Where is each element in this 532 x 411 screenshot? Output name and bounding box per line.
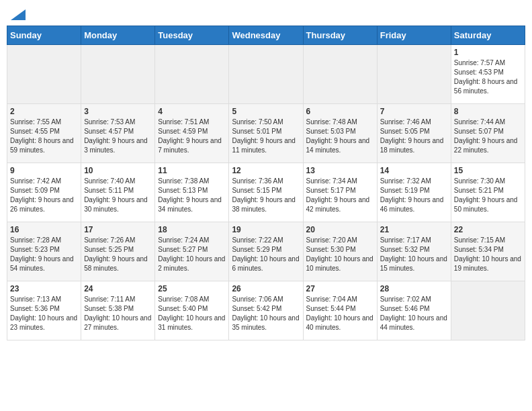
calendar-cell (229, 45, 303, 104)
day-number: 1 (454, 47, 522, 58)
calendar-cell: 2Sunrise: 7:55 AM Sunset: 4:55 PM Daylig… (7, 104, 81, 163)
day-info: Sunrise: 7:55 AM Sunset: 4:55 PM Dayligh… (10, 118, 78, 155)
day-number: 8 (454, 106, 522, 117)
day-number: 10 (84, 165, 152, 176)
calendar-cell: 16Sunrise: 7:28 AM Sunset: 5:23 PM Dayli… (7, 222, 81, 281)
day-number: 23 (10, 283, 78, 294)
calendar-header-row: SundayMondayTuesdayWednesdayThursdayFrid… (7, 26, 525, 45)
day-info: Sunrise: 7:11 AM Sunset: 5:38 PM Dayligh… (84, 295, 152, 332)
calendar-cell: 6Sunrise: 7:48 AM Sunset: 5:03 PM Daylig… (303, 104, 377, 163)
day-info: Sunrise: 7:04 AM Sunset: 5:44 PM Dayligh… (306, 295, 374, 332)
calendar-week-row: 23Sunrise: 7:13 AM Sunset: 5:36 PM Dayli… (7, 281, 525, 340)
day-number: 12 (232, 165, 300, 176)
calendar-cell (303, 45, 377, 104)
calendar-cell: 7Sunrise: 7:46 AM Sunset: 5:05 PM Daylig… (377, 104, 451, 163)
day-info: Sunrise: 7:42 AM Sunset: 5:09 PM Dayligh… (10, 177, 78, 214)
day-info: Sunrise: 7:28 AM Sunset: 5:23 PM Dayligh… (10, 236, 78, 273)
calendar-week-row: 16Sunrise: 7:28 AM Sunset: 5:23 PM Dayli… (7, 222, 525, 281)
day-number: 11 (158, 165, 226, 176)
calendar-cell (81, 45, 155, 104)
day-number: 2 (10, 106, 78, 117)
calendar-cell: 21Sunrise: 7:17 AM Sunset: 5:32 PM Dayli… (377, 222, 451, 281)
day-number: 17 (84, 224, 152, 235)
calendar-cell: 18Sunrise: 7:24 AM Sunset: 5:27 PM Dayli… (155, 222, 229, 281)
day-info: Sunrise: 7:20 AM Sunset: 5:30 PM Dayligh… (306, 236, 374, 273)
calendar-cell: 28Sunrise: 7:02 AM Sunset: 5:46 PM Dayli… (377, 281, 451, 340)
calendar-cell: 20Sunrise: 7:20 AM Sunset: 5:30 PM Dayli… (303, 222, 377, 281)
calendar-cell: 5Sunrise: 7:50 AM Sunset: 5:01 PM Daylig… (229, 104, 303, 163)
calendar-header-friday: Friday (377, 26, 451, 45)
calendar-cell (7, 45, 81, 104)
calendar-week-row: 1Sunrise: 7:57 AM Sunset: 4:53 PM Daylig… (7, 45, 525, 104)
day-info: Sunrise: 7:51 AM Sunset: 4:59 PM Dayligh… (158, 118, 226, 155)
day-info: Sunrise: 7:53 AM Sunset: 4:57 PM Dayligh… (84, 118, 152, 155)
calendar-cell: 1Sunrise: 7:57 AM Sunset: 4:53 PM Daylig… (451, 45, 525, 104)
day-number: 13 (306, 165, 374, 176)
day-info: Sunrise: 7:22 AM Sunset: 5:29 PM Dayligh… (232, 236, 300, 273)
day-number: 5 (232, 106, 300, 117)
calendar-header-monday: Monday (81, 26, 155, 45)
day-number: 14 (380, 165, 448, 176)
day-info: Sunrise: 7:40 AM Sunset: 5:11 PM Dayligh… (84, 177, 152, 214)
calendar-cell (155, 45, 229, 104)
day-number: 4 (158, 106, 226, 117)
day-info: Sunrise: 7:44 AM Sunset: 5:07 PM Dayligh… (454, 118, 522, 155)
day-info: Sunrise: 7:30 AM Sunset: 5:21 PM Dayligh… (454, 177, 522, 214)
page-header (7, 7, 525, 20)
calendar-cell: 15Sunrise: 7:30 AM Sunset: 5:21 PM Dayli… (451, 163, 525, 222)
day-number: 9 (10, 165, 78, 176)
day-number: 27 (306, 283, 374, 294)
day-number: 7 (380, 106, 448, 117)
day-number: 3 (84, 106, 152, 117)
calendar-cell: 4Sunrise: 7:51 AM Sunset: 4:59 PM Daylig… (155, 104, 229, 163)
calendar-cell: 25Sunrise: 7:08 AM Sunset: 5:40 PM Dayli… (155, 281, 229, 340)
day-info: Sunrise: 7:15 AM Sunset: 5:34 PM Dayligh… (454, 236, 522, 273)
calendar-cell: 3Sunrise: 7:53 AM Sunset: 4:57 PM Daylig… (81, 104, 155, 163)
calendar-header-saturday: Saturday (451, 26, 525, 45)
calendar-cell: 17Sunrise: 7:26 AM Sunset: 5:25 PM Dayli… (81, 222, 155, 281)
day-number: 15 (454, 165, 522, 176)
day-info: Sunrise: 7:46 AM Sunset: 5:05 PM Dayligh… (380, 118, 448, 155)
calendar-cell: 23Sunrise: 7:13 AM Sunset: 5:36 PM Dayli… (7, 281, 81, 340)
calendar-cell: 27Sunrise: 7:04 AM Sunset: 5:44 PM Dayli… (303, 281, 377, 340)
day-info: Sunrise: 7:48 AM Sunset: 5:03 PM Dayligh… (306, 118, 374, 155)
day-info: Sunrise: 7:17 AM Sunset: 5:32 PM Dayligh… (380, 236, 448, 273)
calendar-cell: 11Sunrise: 7:38 AM Sunset: 5:13 PM Dayli… (155, 163, 229, 222)
day-number: 6 (306, 106, 374, 117)
calendar-week-row: 2Sunrise: 7:55 AM Sunset: 4:55 PM Daylig… (7, 104, 525, 163)
day-info: Sunrise: 7:38 AM Sunset: 5:13 PM Dayligh… (158, 177, 226, 214)
day-number: 18 (158, 224, 226, 235)
calendar-header-tuesday: Tuesday (155, 26, 229, 45)
logo (9, 7, 26, 20)
day-number: 25 (158, 283, 226, 294)
day-info: Sunrise: 7:36 AM Sunset: 5:15 PM Dayligh… (232, 177, 300, 214)
day-info: Sunrise: 7:02 AM Sunset: 5:46 PM Dayligh… (380, 295, 448, 332)
day-info: Sunrise: 7:13 AM Sunset: 5:36 PM Dayligh… (10, 295, 78, 332)
calendar-cell (451, 281, 525, 340)
day-info: Sunrise: 7:08 AM Sunset: 5:40 PM Dayligh… (158, 295, 226, 332)
day-info: Sunrise: 7:32 AM Sunset: 5:19 PM Dayligh… (380, 177, 448, 214)
day-info: Sunrise: 7:50 AM Sunset: 5:01 PM Dayligh… (232, 118, 300, 155)
calendar-table: SundayMondayTuesdayWednesdayThursdayFrid… (7, 26, 525, 340)
svg-marker-0 (11, 9, 26, 20)
day-number: 20 (306, 224, 374, 235)
day-number: 22 (454, 224, 522, 235)
calendar-cell: 22Sunrise: 7:15 AM Sunset: 5:34 PM Dayli… (451, 222, 525, 281)
calendar-cell: 19Sunrise: 7:22 AM Sunset: 5:29 PM Dayli… (229, 222, 303, 281)
calendar-cell: 8Sunrise: 7:44 AM Sunset: 5:07 PM Daylig… (451, 104, 525, 163)
day-number: 24 (84, 283, 152, 294)
calendar-cell: 9Sunrise: 7:42 AM Sunset: 5:09 PM Daylig… (7, 163, 81, 222)
calendar-week-row: 9Sunrise: 7:42 AM Sunset: 5:09 PM Daylig… (7, 163, 525, 222)
day-number: 26 (232, 283, 300, 294)
day-info: Sunrise: 7:26 AM Sunset: 5:25 PM Dayligh… (84, 236, 152, 273)
calendar-cell: 14Sunrise: 7:32 AM Sunset: 5:19 PM Dayli… (377, 163, 451, 222)
day-number: 28 (380, 283, 448, 294)
calendar-cell: 24Sunrise: 7:11 AM Sunset: 5:38 PM Dayli… (81, 281, 155, 340)
day-info: Sunrise: 7:24 AM Sunset: 5:27 PM Dayligh… (158, 236, 226, 273)
calendar-cell (377, 45, 451, 104)
calendar-header-sunday: Sunday (7, 26, 81, 45)
calendar-cell: 10Sunrise: 7:40 AM Sunset: 5:11 PM Dayli… (81, 163, 155, 222)
day-number: 21 (380, 224, 448, 235)
calendar-cell: 26Sunrise: 7:06 AM Sunset: 5:42 PM Dayli… (229, 281, 303, 340)
calendar-header-wednesday: Wednesday (229, 26, 303, 45)
